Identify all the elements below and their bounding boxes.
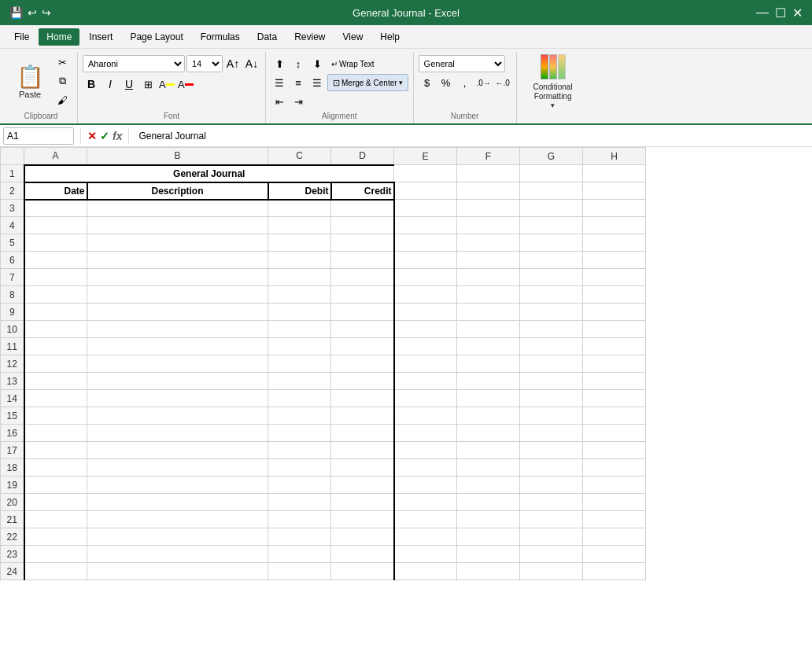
increase-decimal-button[interactable]: .0→ — [475, 74, 493, 91]
cell-G7[interactable] — [520, 269, 583, 286]
cell-G24[interactable] — [520, 563, 583, 580]
cell-C18[interactable] — [268, 459, 331, 477]
cell-F23[interactable] — [457, 546, 520, 563]
cell-F17[interactable] — [457, 442, 520, 459]
cell-A1[interactable]: General Journal — [24, 165, 394, 182]
insert-function-icon[interactable]: fx — [113, 130, 122, 142]
cell-E12[interactable] — [394, 355, 457, 373]
cell-B23[interactable] — [87, 546, 268, 563]
cell-F12[interactable] — [457, 355, 520, 373]
cell-A11[interactable] — [24, 338, 87, 355]
cell-H3[interactable] — [583, 200, 646, 217]
menu-insert[interactable]: Insert — [81, 28, 120, 46]
cell-G2[interactable] — [520, 182, 583, 200]
conditional-formatting-button[interactable]: Conditional Formatting ▾ — [522, 57, 585, 107]
copy-button[interactable]: ⧉ — [52, 72, 72, 90]
cell-H2[interactable] — [583, 182, 646, 200]
cell-A21[interactable] — [24, 511, 87, 528]
cell-H6[interactable] — [583, 252, 646, 269]
cell-B5[interactable] — [87, 234, 268, 252]
cell-C20[interactable] — [268, 494, 331, 511]
cell-E2[interactable] — [394, 182, 457, 200]
col-header-D[interactable]: D — [331, 148, 394, 165]
cell-F5[interactable] — [457, 234, 520, 252]
row-header-21[interactable]: 21 — [1, 511, 24, 528]
cell-B9[interactable] — [87, 304, 268, 321]
cell-G4[interactable] — [520, 217, 583, 234]
cell-H15[interactable] — [583, 407, 646, 425]
cell-B12[interactable] — [87, 355, 268, 373]
cell-D7[interactable] — [331, 269, 394, 286]
cell-C9[interactable] — [268, 304, 331, 321]
cell-C17[interactable] — [268, 442, 331, 459]
cell-D6[interactable] — [331, 252, 394, 269]
cell-F21[interactable] — [457, 511, 520, 528]
cell-E5[interactable] — [394, 234, 457, 252]
cell-E17[interactable] — [394, 442, 457, 459]
menu-review[interactable]: Review — [286, 28, 333, 46]
col-header-H[interactable]: H — [583, 148, 646, 165]
cell-G1[interactable] — [520, 165, 583, 182]
cell-A3[interactable] — [24, 200, 87, 217]
cancel-icon[interactable]: ✕ — [87, 130, 97, 142]
row-header-24[interactable]: 24 — [1, 563, 24, 580]
cell-H21[interactable] — [583, 511, 646, 528]
cell-F19[interactable] — [457, 477, 520, 494]
cell-B15[interactable] — [87, 407, 268, 425]
cell-H7[interactable] — [583, 269, 646, 286]
cell-D18[interactable] — [331, 459, 394, 477]
cell-C7[interactable] — [268, 269, 331, 286]
cell-C23[interactable] — [268, 546, 331, 563]
cell-G13[interactable] — [520, 373, 583, 390]
cell-C2[interactable]: Debit — [268, 182, 331, 200]
cell-A17[interactable] — [24, 442, 87, 459]
cell-D22[interactable] — [331, 528, 394, 546]
menu-data[interactable]: Data — [249, 28, 285, 46]
cell-A16[interactable] — [24, 425, 87, 442]
cell-B14[interactable] — [87, 390, 268, 407]
cell-H16[interactable] — [583, 425, 646, 442]
row-header-13[interactable]: 13 — [1, 373, 24, 390]
spreadsheet-container[interactable]: A B C D E F G H 1 General Journal — [0, 147, 812, 655]
cell-H10[interactable] — [583, 321, 646, 338]
align-bottom-button[interactable]: ⬇ — [308, 55, 326, 72]
cell-B17[interactable] — [87, 442, 268, 459]
cell-F8[interactable] — [457, 286, 520, 304]
cell-H5[interactable] — [583, 234, 646, 252]
cell-E22[interactable] — [394, 528, 457, 546]
align-left-button[interactable]: ☰ — [271, 74, 288, 91]
cell-H18[interactable] — [583, 459, 646, 477]
cell-A20[interactable] — [24, 494, 87, 511]
cell-H9[interactable] — [583, 304, 646, 321]
row-header-4[interactable]: 4 — [1, 217, 24, 234]
cell-E18[interactable] — [394, 459, 457, 477]
cell-E23[interactable] — [394, 546, 457, 563]
redo-icon[interactable]: ↪ — [42, 6, 51, 19]
cell-G15[interactable] — [520, 407, 583, 425]
cell-E9[interactable] — [394, 304, 457, 321]
menu-view[interactable]: View — [335, 28, 371, 46]
cell-G5[interactable] — [520, 234, 583, 252]
cell-C22[interactable] — [268, 528, 331, 546]
number-format-select[interactable]: General — [419, 55, 505, 72]
menu-page-layout[interactable]: Page Layout — [122, 28, 190, 46]
cell-F1[interactable] — [457, 165, 520, 182]
cell-G21[interactable] — [520, 511, 583, 528]
cell-G17[interactable] — [520, 442, 583, 459]
cell-G22[interactable] — [520, 528, 583, 546]
highlight-color-button[interactable]: A — [158, 75, 175, 93]
cell-A18[interactable] — [24, 459, 87, 477]
col-header-B[interactable]: B — [87, 148, 268, 165]
cell-C16[interactable] — [268, 425, 331, 442]
cell-C5[interactable] — [268, 234, 331, 252]
cell-B13[interactable] — [87, 373, 268, 390]
cell-G10[interactable] — [520, 321, 583, 338]
cell-D21[interactable] — [331, 511, 394, 528]
cell-H1[interactable] — [583, 165, 646, 182]
cell-C19[interactable] — [268, 477, 331, 494]
cell-A12[interactable] — [24, 355, 87, 373]
cell-F13[interactable] — [457, 373, 520, 390]
align-center-button[interactable]: ≡ — [290, 74, 307, 91]
cut-button[interactable]: ✂ — [52, 53, 72, 71]
increase-font-btn[interactable]: A↑ — [224, 55, 242, 72]
